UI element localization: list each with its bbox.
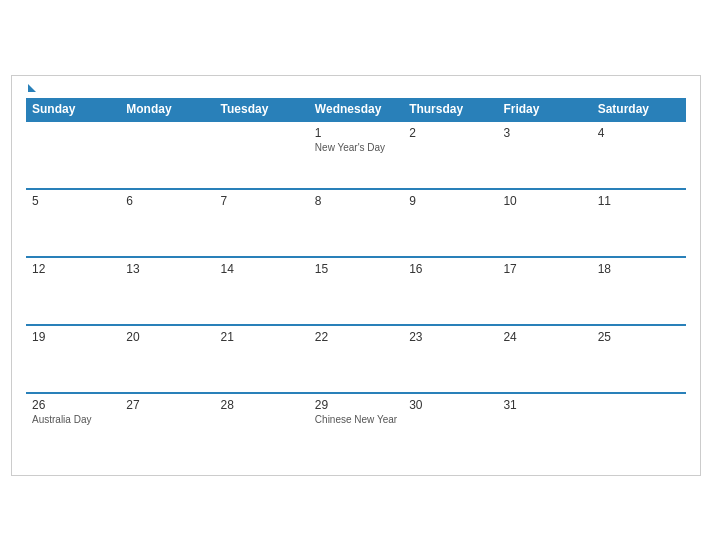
day-number: 15 <box>315 262 397 276</box>
day-number: 14 <box>221 262 303 276</box>
day-number: 30 <box>409 398 491 412</box>
day-number: 5 <box>32 194 114 208</box>
calendar-cell: 1New Year's Day <box>309 121 403 189</box>
day-number: 29 <box>315 398 397 412</box>
logo <box>26 86 36 92</box>
calendar-table: SundayMondayTuesdayWednesdayThursdayFrid… <box>26 98 686 461</box>
calendar-cell: 4 <box>592 121 686 189</box>
calendar-cell <box>215 121 309 189</box>
day-number: 22 <box>315 330 397 344</box>
weekday-header-tuesday: Tuesday <box>215 98 309 121</box>
day-number: 18 <box>598 262 680 276</box>
calendar-cell: 30 <box>403 393 497 461</box>
day-number: 12 <box>32 262 114 276</box>
calendar-cell: 31 <box>497 393 591 461</box>
day-number: 8 <box>315 194 397 208</box>
day-number: 6 <box>126 194 208 208</box>
calendar-cell: 26Australia Day <box>26 393 120 461</box>
calendar-week-row: 19202122232425 <box>26 325 686 393</box>
calendar-cell: 2 <box>403 121 497 189</box>
calendar-header <box>26 86 686 92</box>
calendar-cell: 11 <box>592 189 686 257</box>
calendar-cell: 15 <box>309 257 403 325</box>
day-number: 9 <box>409 194 491 208</box>
calendar-cell: 19 <box>26 325 120 393</box>
day-number: 7 <box>221 194 303 208</box>
calendar-cell: 18 <box>592 257 686 325</box>
calendar-cell: 22 <box>309 325 403 393</box>
day-number: 17 <box>503 262 585 276</box>
day-number: 21 <box>221 330 303 344</box>
calendar-cell: 23 <box>403 325 497 393</box>
day-number: 19 <box>32 330 114 344</box>
calendar-cell: 5 <box>26 189 120 257</box>
weekday-header-wednesday: Wednesday <box>309 98 403 121</box>
calendar-cell: 20 <box>120 325 214 393</box>
day-number: 23 <box>409 330 491 344</box>
day-number: 28 <box>221 398 303 412</box>
weekday-header-monday: Monday <box>120 98 214 121</box>
weekday-header-thursday: Thursday <box>403 98 497 121</box>
day-number: 4 <box>598 126 680 140</box>
weekday-header-friday: Friday <box>497 98 591 121</box>
day-number: 20 <box>126 330 208 344</box>
calendar-cell: 9 <box>403 189 497 257</box>
calendar-cell: 21 <box>215 325 309 393</box>
calendar-week-row: 1New Year's Day234 <box>26 121 686 189</box>
holiday-label: Chinese New Year <box>315 414 397 425</box>
calendar-cell <box>120 121 214 189</box>
calendar-cell: 8 <box>309 189 403 257</box>
calendar-week-row: 567891011 <box>26 189 686 257</box>
weekday-header-row: SundayMondayTuesdayWednesdayThursdayFrid… <box>26 98 686 121</box>
day-number: 27 <box>126 398 208 412</box>
calendar-cell: 24 <box>497 325 591 393</box>
day-number: 11 <box>598 194 680 208</box>
calendar-cell: 27 <box>120 393 214 461</box>
calendar-cell <box>26 121 120 189</box>
holiday-label: Australia Day <box>32 414 114 425</box>
day-number: 25 <box>598 330 680 344</box>
calendar-cell: 12 <box>26 257 120 325</box>
calendar-cell: 13 <box>120 257 214 325</box>
calendar-cell: 3 <box>497 121 591 189</box>
weekday-header-sunday: Sunday <box>26 98 120 121</box>
day-number: 10 <box>503 194 585 208</box>
calendar-container: SundayMondayTuesdayWednesdayThursdayFrid… <box>11 75 701 476</box>
calendar-cell: 10 <box>497 189 591 257</box>
day-number: 3 <box>503 126 585 140</box>
calendar-week-row: 26Australia Day272829Chinese New Year303… <box>26 393 686 461</box>
calendar-week-row: 12131415161718 <box>26 257 686 325</box>
calendar-cell: 14 <box>215 257 309 325</box>
day-number: 26 <box>32 398 114 412</box>
calendar-cell: 6 <box>120 189 214 257</box>
calendar-cell: 28 <box>215 393 309 461</box>
calendar-cell: 17 <box>497 257 591 325</box>
day-number: 1 <box>315 126 397 140</box>
logo-triangle-icon <box>28 84 36 92</box>
calendar-cell: 29Chinese New Year <box>309 393 403 461</box>
calendar-cell: 16 <box>403 257 497 325</box>
holiday-label: New Year's Day <box>315 142 397 153</box>
day-number: 13 <box>126 262 208 276</box>
day-number: 2 <box>409 126 491 140</box>
calendar-cell: 25 <box>592 325 686 393</box>
calendar-cell <box>592 393 686 461</box>
day-number: 16 <box>409 262 491 276</box>
weekday-header-saturday: Saturday <box>592 98 686 121</box>
day-number: 31 <box>503 398 585 412</box>
calendar-cell: 7 <box>215 189 309 257</box>
day-number: 24 <box>503 330 585 344</box>
